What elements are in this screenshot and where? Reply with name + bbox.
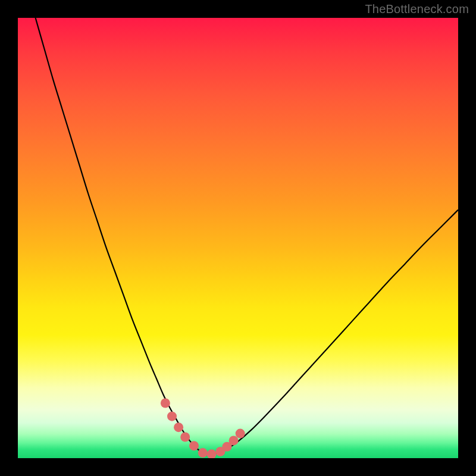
- marker-dot: [174, 422, 183, 432]
- marker-dot: [189, 441, 199, 450]
- marker-dot: [207, 449, 217, 458]
- marker-dot: [236, 429, 245, 439]
- plot-area: [18, 18, 458, 458]
- bottleneck-curve: [36, 18, 458, 455]
- marker-dot: [161, 399, 170, 408]
- marker-dot: [167, 412, 177, 421]
- marker-dot: [180, 432, 190, 441]
- marker-dot: [229, 436, 239, 445]
- chart-svg: [18, 18, 458, 458]
- watermark-text: TheBottleneck.com: [365, 2, 469, 16]
- marker-dot: [198, 448, 208, 458]
- bottom-markers: [161, 399, 245, 459]
- outer-frame: TheBottleneck.com: [0, 0, 476, 476]
